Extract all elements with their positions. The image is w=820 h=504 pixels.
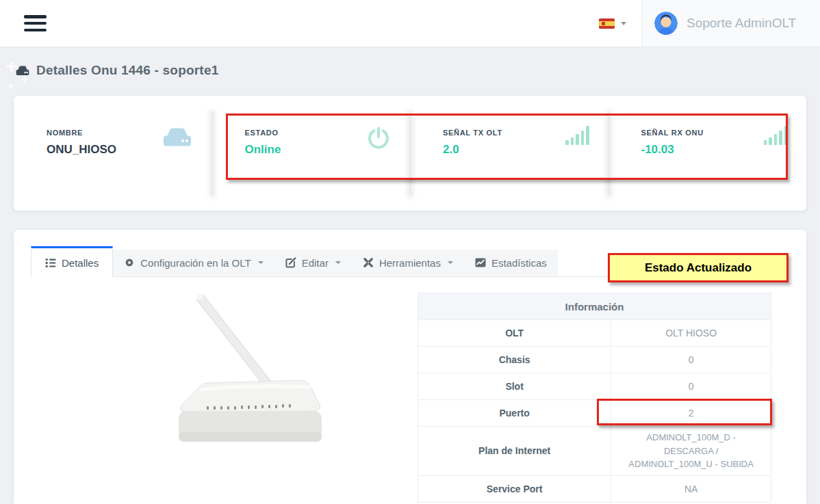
tab-label: Configuración en la OLT [140,257,251,269]
informacion-table: Información OLT OLT HIOSO Chasis 0 Slot … [418,293,771,503]
row-value: NA [611,475,771,502]
row-label: OLT [418,320,611,347]
tab-configuracion-olt[interactable]: Configuración en la OLT [113,250,274,276]
table-row: OLT OLT HIOSO [418,320,771,347]
router-icon [162,126,193,148]
table-row: Slot 0 [418,373,771,400]
gear-icon [124,257,135,268]
chevron-down-icon [621,22,626,25]
row-value: ADMINOLT_100M_D - DESCARGA / ADMINOLT_10… [611,427,771,476]
background-artifact: + [8,81,14,92]
stat-nombre: NOMBRE ONU_HIOSO [14,96,212,211]
row-value: OLT HIOSO [611,320,771,347]
chevron-down-icon [335,261,341,264]
tab-group: Configuración en la OLT Editar [113,250,558,276]
top-navbar: Soporte AdminOLT [0,0,820,47]
table-row: Chasis 0 [418,347,771,373]
tab-label: Detalles [62,257,99,269]
stat-senal-tx-olt: SEÑAL TX OLT 2.0 [410,96,608,211]
row-label: Puerto [418,400,611,427]
row-value: 0 [611,373,771,400]
onu-summary-card: NOMBRE ONU_HIOSO ESTADO Online SEÑAL TX … [14,96,806,211]
menu-toggle-icon[interactable] [24,15,47,31]
user-name: Soporte AdminOLT [687,16,796,31]
row-value: 2 [611,400,771,427]
row-label: Slot [418,373,611,400]
table-row-puerto: Puerto 2 [418,400,771,427]
onu-product-image [157,290,332,457]
stat-value: -10.03 [641,143,807,157]
table-row: Service Port NA [418,475,771,502]
hdd-icon [15,65,30,77]
page-title: Detalles Onu 1446 - soporte1 [36,63,218,78]
stat-senal-rx-onu: SEÑAL RX ONU -10.03 [608,96,807,211]
signal-bars-icon [764,126,788,145]
chevron-down-icon [448,261,453,264]
tab-herramientas[interactable]: Herramientas [352,250,464,276]
status-updated-text: Estado Actualizado [645,261,752,275]
tab-label: Herramientas [379,257,441,269]
status-updated-annotation: Estado Actualizado [608,253,789,282]
tab-label: Editar [302,257,329,269]
tab-detalles[interactable]: Detalles [31,246,113,277]
row-label: Chasis [418,347,611,373]
tools-icon [363,257,374,268]
chevron-down-icon [258,261,264,264]
edit-icon [285,257,296,268]
user-avatar [654,12,678,35]
list-icon [45,258,56,268]
language-selector[interactable] [599,18,626,29]
power-icon [366,126,391,150]
tab-label: Estadísticas [491,257,547,269]
table-row: Plan de Internet ADMINOLT_100M_D - DESCA… [418,427,771,476]
chart-icon [475,258,486,267]
row-value: 0 [611,347,771,373]
table-header: Información [418,293,771,320]
breadcrumb: Detalles Onu 1446 - soporte1 [15,63,218,78]
stat-value: 2.0 [443,143,608,157]
user-menu[interactable]: Soporte AdminOLT [641,0,820,47]
stat-estado: ESTADO Online [212,96,411,211]
signal-bars-icon [565,126,589,145]
row-label: Plan de Internet [418,427,611,476]
tab-estadisticas[interactable]: Estadísticas [464,250,558,276]
row-label: Service Port [418,475,611,502]
spain-flag-icon [599,18,615,29]
tab-editar[interactable]: Editar [274,250,352,276]
